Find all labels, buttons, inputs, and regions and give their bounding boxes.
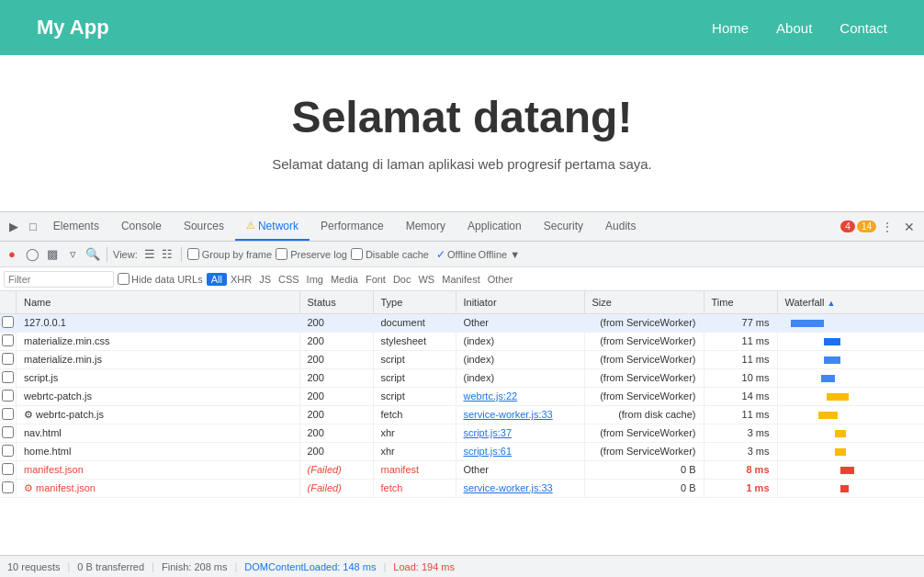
disable-cache-label[interactable]: Disable cache xyxy=(351,248,429,260)
table-row[interactable]: nav.html200xhrscript.js:37(from ServiceW… xyxy=(0,424,924,442)
initiator-link[interactable]: service-worker.js:33 xyxy=(464,482,553,493)
offline-dropdown[interactable]: Offline ▼ xyxy=(479,249,521,260)
group-by-frame-checkbox[interactable] xyxy=(187,248,199,260)
tab-network[interactable]: ⚠ Network xyxy=(235,212,310,241)
row-checkbox[interactable] xyxy=(2,445,14,457)
table-row[interactable]: manifest.json(Failed)manifestOther0 B8 m… xyxy=(0,460,924,479)
screenshot-button[interactable]: ▩ xyxy=(44,246,61,263)
filter-button[interactable]: ▿ xyxy=(64,246,81,263)
filter-css[interactable]: CSS xyxy=(278,274,299,285)
row-checkbox[interactable] xyxy=(2,390,14,402)
row-size: (from ServiceWorker) xyxy=(584,332,704,350)
search-button[interactable]: 🔍 xyxy=(85,246,101,263)
table-row[interactable]: ⚙ webrtc-patch.js200fetchservice-worker.… xyxy=(0,405,924,424)
row-name: webrtc-patch.js xyxy=(17,387,300,405)
nav-link-contact[interactable]: Contact xyxy=(839,20,887,36)
offline-label: Offline xyxy=(447,249,477,260)
row-checkbox[interactable] xyxy=(2,408,14,420)
tab-performance[interactable]: Performance xyxy=(310,212,395,241)
filter-img[interactable]: Img xyxy=(307,274,323,285)
tab-elements[interactable]: Elements xyxy=(42,212,110,241)
row-initiator: service-worker.js:33 xyxy=(456,405,584,424)
row-checkbox[interactable] xyxy=(2,463,14,475)
initiator-link[interactable]: script.js:61 xyxy=(464,446,513,457)
hide-data-urls-checkbox[interactable] xyxy=(118,273,130,285)
tab-audits[interactable]: Audits xyxy=(594,212,647,241)
record-button[interactable]: ● xyxy=(4,246,20,263)
nav-link-about[interactable]: About xyxy=(776,20,812,36)
filter-other[interactable]: Other xyxy=(488,274,513,285)
row-name: manifest.json xyxy=(17,460,300,479)
table-row[interactable]: materialize.min.js200script(index)(from … xyxy=(0,350,924,368)
waterfall-bar xyxy=(818,412,838,419)
tab-console[interactable]: Console xyxy=(110,212,173,241)
th-status[interactable]: Status xyxy=(299,291,373,313)
th-initiator[interactable]: Initiator xyxy=(456,291,584,313)
tab-application[interactable]: Application xyxy=(456,212,533,241)
table-row[interactable]: script.js200script(index)(from ServiceWo… xyxy=(0,368,924,387)
filter-all-button[interactable]: All xyxy=(207,273,227,286)
filter-media[interactable]: Media xyxy=(331,274,358,285)
initiator-link[interactable]: webrtc.js:22 xyxy=(464,390,518,402)
th-size[interactable]: Size xyxy=(584,291,704,313)
row-waterfall xyxy=(777,368,924,387)
devtools-more-icon[interactable]: ⋮ xyxy=(876,221,898,233)
tab-security[interactable]: Security xyxy=(533,212,594,241)
waterfall-bar xyxy=(840,467,854,474)
row-time: 3 ms xyxy=(704,442,777,460)
view-tree-icon[interactable]: ☷ xyxy=(159,246,175,263)
nav-link-home[interactable]: Home xyxy=(712,20,749,36)
hero-title: Selamat datang! xyxy=(18,92,906,142)
row-name: nav.html xyxy=(17,424,300,442)
row-checkbox[interactable] xyxy=(2,371,14,383)
filter-input[interactable] xyxy=(8,274,109,285)
preserve-log-label[interactable]: Preserve log xyxy=(276,248,347,260)
devtools-close-icon[interactable]: ✕ xyxy=(898,220,920,234)
tab-memory[interactable]: Memory xyxy=(395,212,456,241)
row-size: 0 B xyxy=(584,460,704,479)
th-type[interactable]: Type xyxy=(373,291,456,313)
devtools-tabs: ▶ □ Elements Console Sources ⚠ Network P… xyxy=(0,212,924,242)
nav-brand: My App xyxy=(37,16,109,40)
table-row[interactable]: materialize.min.css200stylesheet(index)(… xyxy=(0,332,924,350)
filter-js[interactable]: JS xyxy=(259,274,271,285)
th-time[interactable]: Time xyxy=(704,291,777,313)
filter-xhr[interactable]: XHR xyxy=(231,274,252,285)
preserve-log-checkbox[interactable] xyxy=(276,248,287,260)
filter-manifest[interactable]: Manifest xyxy=(442,274,480,285)
initiator-link[interactable]: service-worker.js:33 xyxy=(464,409,553,420)
row-checkbox[interactable] xyxy=(2,426,14,438)
row-checkbox[interactable] xyxy=(2,316,14,328)
filter-font[interactable]: Font xyxy=(366,274,386,285)
table-row[interactable]: home.html200xhrscript.js:61(from Service… xyxy=(0,442,924,460)
row-status: (Failed) xyxy=(299,460,373,479)
error-badge: 4 xyxy=(840,221,855,232)
row-checkbox[interactable] xyxy=(2,353,14,365)
group-by-frame-label[interactable]: Group by frame xyxy=(187,248,272,260)
row-waterfall xyxy=(777,350,924,368)
table-row[interactable]: 127.0.0.1200documentOther(from ServiceWo… xyxy=(0,313,924,332)
devtools-inspect-icon[interactable]: □ xyxy=(24,212,42,241)
hide-data-urls-label[interactable]: Hide data URLs xyxy=(118,273,203,285)
devtools-cursor-icon[interactable]: ▶ xyxy=(4,212,24,241)
th-waterfall[interactable]: Waterfall ▲ xyxy=(777,291,924,313)
filter-ws[interactable]: WS xyxy=(418,274,434,285)
filter-type-buttons: XHR JS CSS Img Media Font Doc WS Manifes… xyxy=(231,274,513,285)
row-waterfall xyxy=(777,460,924,479)
table-row[interactable]: ⚙ manifest.json(Failed)fetchservice-work… xyxy=(0,479,924,497)
initiator-link[interactable]: script.js:37 xyxy=(464,427,513,438)
row-checkbox[interactable] xyxy=(2,481,14,493)
row-checkbox[interactable] xyxy=(2,334,14,346)
filter-doc[interactable]: Doc xyxy=(393,274,411,285)
offline-check-icon: ✓ xyxy=(436,248,445,261)
network-table: Name Status Type Initiator Size Time Wat… xyxy=(0,291,924,555)
table-row[interactable]: webrtc-patch.js200scriptwebrtc.js:22(fro… xyxy=(0,387,924,405)
clear-button[interactable]: ◯ xyxy=(24,246,40,263)
disable-cache-checkbox[interactable] xyxy=(351,248,363,260)
tab-sources[interactable]: Sources xyxy=(173,212,235,241)
th-name[interactable]: Name xyxy=(17,291,300,313)
devtools-panel: ▶ □ Elements Console Sources ⚠ Network P… xyxy=(0,211,924,577)
offline-section: ✓ Offline Offline ▼ xyxy=(436,248,520,261)
waterfall-bar xyxy=(827,393,849,401)
view-list-icon[interactable]: ☰ xyxy=(141,246,158,263)
